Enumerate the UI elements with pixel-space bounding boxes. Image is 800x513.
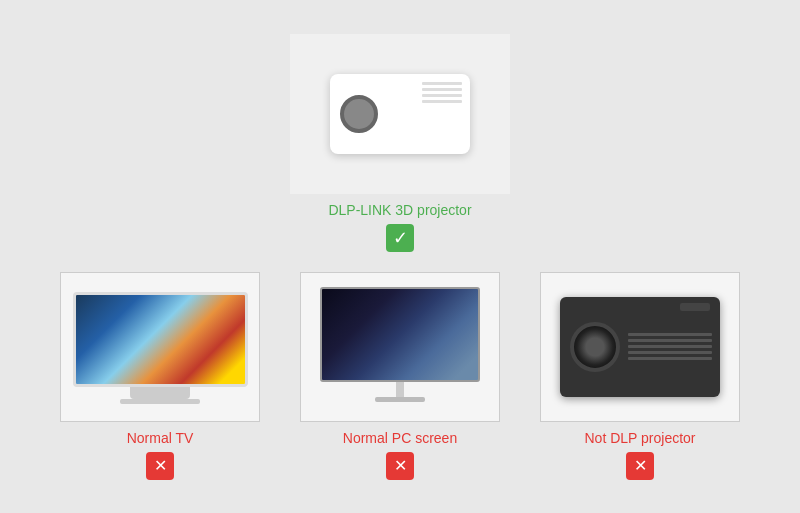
dlp-projector-image [290,34,510,194]
pc-cross-icon: ✕ [386,452,414,480]
tv-icon [73,292,248,402]
not-dlp-image [540,272,740,422]
not-dlp-cross-icon: ✕ [626,452,654,480]
normal-tv-card: Normal TV ✕ [60,272,260,480]
bottom-section: Normal TV ✕ Normal PC screen ✕ [60,272,740,480]
tv-cross-icon: ✕ [146,452,174,480]
pc-screen-image [300,272,500,422]
page-container: DLP-LINK 3D projector ✓ Normal TV ✕ [0,0,800,513]
pc-screen-card: Normal PC screen ✕ [300,272,500,480]
not-dlp-label: Not DLP projector [584,430,695,446]
normal-tv-label: Normal TV [127,430,194,446]
dlp-projector-card: DLP-LINK 3D projector ✓ [290,34,510,252]
normal-tv-image [60,272,260,422]
dlp-projector-label: DLP-LINK 3D projector [328,202,471,218]
projector-white-icon [330,74,470,154]
projector-black-icon [560,297,720,397]
monitor-icon [320,287,480,407]
pc-screen-label: Normal PC screen [343,430,457,446]
not-dlp-card: Not DLP projector ✕ [540,272,740,480]
dlp-check-icon: ✓ [386,224,414,252]
top-section: DLP-LINK 3D projector ✓ [290,34,510,252]
